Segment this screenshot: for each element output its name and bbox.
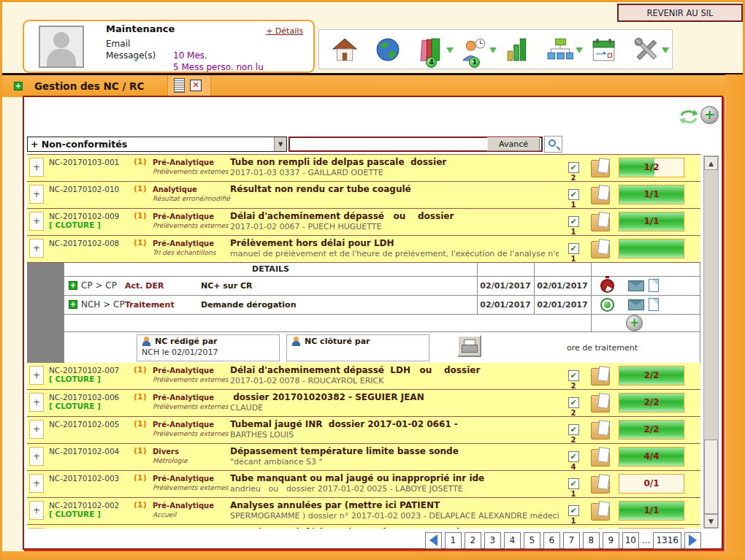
advanced-button[interactable]: Avancé [487,137,540,151]
page-button[interactable]: 2 [465,532,481,549]
progress-bar: 1/1 [619,185,684,204]
refresh-icon[interactable] [679,108,699,129]
page-button[interactable]: 7 [563,532,580,549]
scroll-up-button[interactable]: ▲ [704,156,718,170]
expand-step-icon[interactable] [69,300,77,309]
print-button[interactable] [457,335,481,357]
close-tab-icon[interactable] [190,80,202,91]
nc-row[interactable]: + NC-20170103-001 (1) Pré-Analytique Pré… [27,155,700,182]
nc-row[interactable]: + NC-20170102-005 (1) Pré-Analytique Pré… [27,417,700,444]
checked-checkbox[interactable] [568,451,579,462]
nc-row[interactable]: + NC-20170102-009 [ CLOTURE ] (1) Pré-An… [27,209,700,236]
document-icon[interactable] [649,298,659,311]
revenir-au-sil-button[interactable]: REVENIR AU SIL [617,4,743,22]
page-button[interactable]: 1 [445,532,462,549]
nc-category: Pré-Analytique [153,498,230,510]
page-button[interactable]: 8 [583,532,600,549]
expand-row-button[interactable]: + [29,366,44,385]
folder-icon[interactable] [591,447,613,467]
folder-icon[interactable] [591,420,613,440]
dropdown-arrow-icon[interactable] [576,47,583,57]
details-step-row[interactable]: CP > CP Act. DER NC+ sur CR 02/01/2017 0… [64,277,700,296]
statistics-icon[interactable] [501,34,533,66]
checked-checkbox[interactable] [568,370,579,381]
page-button[interactable]: 9 [603,532,619,549]
document-icon[interactable] [649,279,659,292]
next-page-button[interactable] [684,532,701,549]
folder-icon[interactable] [591,212,613,232]
page-button[interactable]: 3 [484,532,501,549]
checked-checkbox[interactable] [568,243,579,254]
expand-row-button[interactable]: + [29,185,44,204]
expand-row-button[interactable]: + [29,447,44,466]
chevron-down-icon[interactable] [274,137,286,151]
mail-icon[interactable] [628,280,644,291]
nc-row[interactable]: + NC-20170102-006 [ CLOTURE ] (1) Pré-An… [27,390,700,417]
page-button[interactable]: 6 [543,532,560,549]
add-step-button[interactable] [626,315,643,331]
expand-row-button[interactable] [29,528,44,529]
search-button[interactable] [544,136,562,153]
scroll-down-button[interactable]: ▼ [704,514,718,528]
dropdown-arrow-icon[interactable] [446,47,454,57]
progress-bar: 2/2 [619,366,684,386]
user-session-icon[interactable]: 1 [458,34,490,66]
nc-row[interactable]: + NC-20170102-008 (1) Pré-Analytique Tri… [27,236,700,263]
vertical-scrollbar[interactable]: ▲ ▼ [703,156,719,529]
checked-checkbox[interactable] [568,162,579,173]
home-icon[interactable] [329,34,361,66]
folder-icon[interactable] [591,239,613,259]
nc-row[interactable]: NC-20170102-001 (1) Divers Température i… [27,525,700,529]
folder-icon[interactable] [591,366,613,386]
nc-row[interactable]: + NC-20170102-007 [ CLOTURE ] (1) Pré-An… [27,363,700,390]
expand-row-button[interactable]: + [29,474,44,493]
checked-checkbox[interactable] [568,189,579,200]
folder-icon[interactable] [591,158,613,178]
expand-row-button[interactable]: + [29,501,44,520]
checked-checkbox[interactable] [568,216,579,227]
details-link[interactable]: + Détails [266,26,303,36]
progress-bar: 2/2 [619,528,684,529]
organization-icon[interactable] [544,34,576,66]
last-page-button[interactable]: 1316 [653,532,681,549]
expand-row-button[interactable]: + [29,239,44,258]
expand-step-icon[interactable] [69,281,77,290]
expand-row-button[interactable]: + [29,393,44,412]
add-module-icon[interactable] [14,82,23,91]
nc-row[interactable]: + NC-20170102-003 (1) Pré-Analytique Pré… [27,471,700,498]
checked-checkbox[interactable] [568,397,579,408]
dropdown-arrow-icon[interactable] [489,47,497,57]
page-button[interactable]: 5 [524,532,540,549]
expand-row-button[interactable]: + [29,420,44,439]
checked-checkbox[interactable] [568,505,579,516]
add-nc-button[interactable] [700,106,719,124]
tools-icon[interactable] [630,34,662,66]
globe-icon[interactable] [372,34,404,66]
page-button[interactable]: 10 [622,532,639,549]
mail-icon[interactable] [628,299,644,310]
folder-icon[interactable] [591,185,613,205]
documentation-icon[interactable]: 4 [415,34,447,66]
category-select[interactable]: + Non-conformités [27,137,287,152]
messages-label: Message(s) [106,50,156,61]
active-tab[interactable] [167,75,211,97]
nc-description-line2: "décant ambiance S3 " [230,456,559,467]
nc-row[interactable]: + NC-20170102-004 (1) Divers Métrologie … [27,444,700,471]
details-step-row[interactable]: NCH > CP Traitement Demande dérogation 0… [64,296,700,315]
page-button[interactable]: 4 [504,532,521,549]
folder-icon[interactable] [591,528,613,529]
checked-checkbox[interactable] [568,478,579,489]
nc-row[interactable]: + NC-20170102-002 [ CLOTURE ] (1) Pré-An… [27,498,700,525]
scroll-thumb[interactable] [704,440,718,514]
dropdown-arrow-icon[interactable] [662,47,669,57]
folder-icon[interactable] [591,474,613,494]
expand-row-button[interactable]: + [29,212,44,231]
chevron-right-icon [689,534,697,546]
nc-row[interactable]: + NC-20170102-010 (1) Analytique Résulta… [27,182,700,209]
checked-checkbox[interactable] [568,424,579,435]
folder-icon[interactable] [591,501,613,521]
expand-row-button[interactable]: + [29,158,44,177]
folder-icon[interactable] [591,393,613,413]
prev-page-button[interactable] [425,532,442,549]
planning-icon[interactable] [587,34,619,66]
